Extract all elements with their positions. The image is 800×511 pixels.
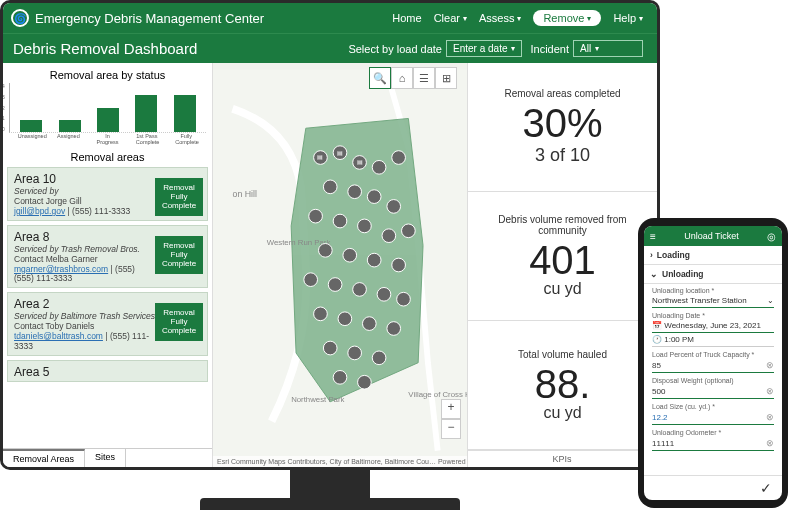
zoom-out-button[interactable]: − xyxy=(441,419,461,439)
status-badge: Removal Fully Complete xyxy=(155,303,203,341)
svg-point-31 xyxy=(362,317,376,331)
bar-unassigned xyxy=(20,120,42,132)
nav-clear[interactable]: Clear▾ xyxy=(434,12,467,24)
svg-point-28 xyxy=(397,292,411,306)
svg-point-23 xyxy=(392,258,406,272)
submit-check-button[interactable]: ✓ xyxy=(644,475,782,500)
target-icon[interactable]: ◎ xyxy=(767,231,776,242)
chevron-down-icon: ▾ xyxy=(517,14,521,23)
chart-title: Removal area by status xyxy=(9,69,206,81)
map-home-button[interactable]: ⌂ xyxy=(391,67,413,89)
bar-assigned xyxy=(59,120,81,132)
map-panel[interactable]: 🔍 ⌂ ☰ ⊞ on Hill Western Run Park Northwe… xyxy=(213,63,467,467)
svg-point-30 xyxy=(338,312,352,326)
tab-removal-areas[interactable]: Removal Areas xyxy=(3,449,85,467)
kpi-panel: Removal areas completed 30% 3 of 10 Debr… xyxy=(467,63,657,467)
kpi-areas-completed: Removal areas completed 30% 3 of 10 xyxy=(468,63,657,192)
app-brand: Emergency Debris Management Center xyxy=(35,11,264,26)
area-name: Area 5 xyxy=(14,365,201,379)
date-input[interactable]: 📅 Wednesday, June 23, 2021 xyxy=(652,319,774,333)
svg-point-26 xyxy=(353,283,367,297)
bar-fully-complete xyxy=(174,95,196,132)
kpi-volume-hauled: Total volume hauled 88. cu yd xyxy=(468,321,657,450)
svg-text:▤: ▤ xyxy=(337,150,343,156)
phone-screen: ≡ Unload Ticket ◎ ›Loading ⌄Unloading Un… xyxy=(644,226,782,500)
chevron-down-icon: ▾ xyxy=(587,14,591,23)
svg-point-17 xyxy=(358,219,372,233)
chevron-down-icon: ⌄ xyxy=(767,296,774,305)
field-odometer: Unloading Odometer * 11111⊗ xyxy=(644,426,782,452)
svg-text:Northwest Park: Northwest Park xyxy=(291,395,344,404)
chevron-down-icon: ▾ xyxy=(639,14,643,23)
svg-point-32 xyxy=(387,322,401,336)
area-card[interactable]: Area 8 Serviced by Trash Removal Bros. C… xyxy=(7,225,208,288)
chevron-down-icon: ▾ xyxy=(511,44,515,53)
map-grid-button[interactable]: ⊞ xyxy=(435,67,457,89)
svg-point-9 xyxy=(372,160,386,174)
svg-point-29 xyxy=(314,307,328,321)
section-loading[interactable]: ›Loading xyxy=(644,246,782,265)
svg-point-33 xyxy=(323,341,337,355)
nav-help[interactable]: Help▾ xyxy=(613,12,643,24)
area-card[interactable]: Area 10 Serviced by Contact Jorge Gill j… xyxy=(7,167,208,221)
svg-point-37 xyxy=(358,375,372,389)
dashboard-header: Debris Removal Dashboard Select by load … xyxy=(3,33,657,63)
date-selector[interactable]: Enter a date▾ xyxy=(446,40,522,57)
chevron-down-icon: ▾ xyxy=(595,44,599,53)
map-attribution: Esri Community Maps Contributors, City o… xyxy=(213,456,467,467)
status-badge: Removal Fully Complete xyxy=(155,178,203,216)
clear-icon[interactable]: ⊗ xyxy=(766,386,774,396)
nav-home[interactable]: Home xyxy=(392,12,421,24)
map-list-button[interactable]: ☰ xyxy=(413,67,435,89)
weight-input[interactable]: 500⊗ xyxy=(652,384,774,399)
incident-selector[interactable]: All▾ xyxy=(573,40,643,57)
bar-first-pass xyxy=(135,95,157,132)
nav-assess[interactable]: Assess▾ xyxy=(479,12,521,24)
svg-text:Village of Cross Keys: Village of Cross Keys xyxy=(408,390,467,399)
x-axis-labels: Unassigned Assigned In Progress 1st Pass… xyxy=(9,134,206,145)
chevron-down-icon: ⌄ xyxy=(650,269,658,279)
area-card[interactable]: Area 5 xyxy=(7,360,208,382)
removal-areas-title: Removal areas xyxy=(3,147,212,167)
field-unloading-location: Unloading location * Northwest Transfer … xyxy=(644,284,782,309)
phone-title: Unload Ticket xyxy=(684,231,739,241)
status-chart-panel: Removal area by status 43210 Unassigned … xyxy=(3,63,212,147)
field-unloading-date: Unloading Date * 📅 Wednesday, June 23, 2… xyxy=(644,309,782,348)
area-card[interactable]: Area 2 Serviced by Baltimore Trash Servi… xyxy=(7,292,208,356)
nav-remove[interactable]: Remove ▾ xyxy=(533,10,601,26)
kpi-footer: KPIs xyxy=(468,450,657,467)
size-input[interactable]: 12.2⊗ xyxy=(652,410,774,425)
clear-icon[interactable]: ⊗ xyxy=(766,412,774,422)
menu-icon[interactable]: ≡ xyxy=(650,231,656,242)
svg-text:▤: ▤ xyxy=(357,159,363,165)
svg-point-22 xyxy=(367,253,381,267)
section-unloading[interactable]: ⌄Unloading xyxy=(644,265,782,284)
incident-label: Incident xyxy=(530,43,569,55)
time-input[interactable]: 🕐 1:00 PM xyxy=(652,333,774,347)
kpi-volume-removed: Debris volume removed from community 401… xyxy=(468,192,657,321)
svg-point-15 xyxy=(309,209,323,223)
location-select[interactable]: Northwest Transfer Station⌄ xyxy=(652,294,774,308)
tab-sites[interactable]: Sites xyxy=(85,449,126,467)
zoom-in-button[interactable]: + xyxy=(441,399,461,419)
map-toolbar: 🔍 ⌂ ☰ ⊞ xyxy=(369,67,457,89)
odometer-input[interactable]: 11111⊗ xyxy=(652,436,774,451)
svg-point-18 xyxy=(382,229,396,243)
select-by-date-label: Select by load date xyxy=(348,43,442,55)
map-canvas[interactable]: on Hill Western Run Park Northwest Park … xyxy=(213,63,467,467)
clear-icon[interactable]: ⊗ xyxy=(766,360,774,370)
removal-areas-list[interactable]: Area 10 Serviced by Contact Jorge Gill j… xyxy=(3,167,212,448)
svg-point-34 xyxy=(348,346,362,360)
svg-point-12 xyxy=(348,185,362,199)
status-badge: Removal Fully Complete xyxy=(155,236,203,274)
field-load-size: Load Size (cu. yd.) * 12.2⊗ xyxy=(644,400,782,426)
clear-icon[interactable]: ⊗ xyxy=(766,438,774,448)
svg-text:on Hill: on Hill xyxy=(233,189,257,199)
email-link[interactable]: tdaniels@balttrash.com xyxy=(14,331,103,341)
top-nav: 🌀 Emergency Debris Management Center Hom… xyxy=(3,3,657,33)
map-search-button[interactable]: 🔍 xyxy=(369,67,391,89)
email-link[interactable]: jgill@bpd.gov xyxy=(14,206,65,216)
svg-point-10 xyxy=(392,151,406,165)
phone-form: ›Loading ⌄Unloading Unloading location *… xyxy=(644,246,782,475)
percent-input[interactable]: 85⊗ xyxy=(652,358,774,373)
